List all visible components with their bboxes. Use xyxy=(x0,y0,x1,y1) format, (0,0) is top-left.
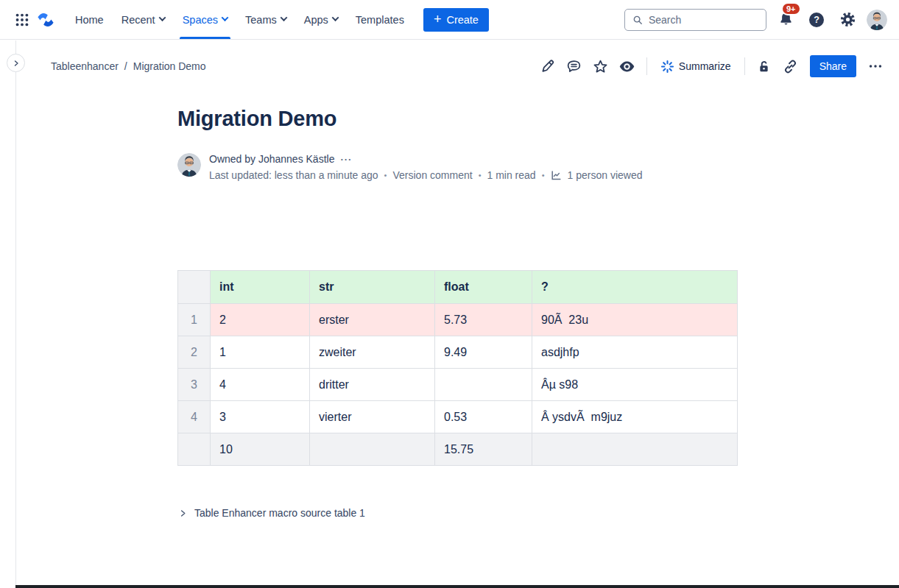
unlock-icon xyxy=(757,60,771,74)
nav-label: Home xyxy=(75,14,104,26)
search-box[interactable] xyxy=(624,9,766,31)
link-icon xyxy=(783,59,798,74)
top-navigation-bar: Home Recent Spaces Teams Apps Templates xyxy=(0,0,899,40)
nav-item-apps[interactable]: Apps xyxy=(295,0,347,39)
comment-button[interactable] xyxy=(563,54,586,78)
chevron-down-icon xyxy=(222,14,229,21)
chevron-down-icon xyxy=(331,14,339,21)
comment-icon xyxy=(566,59,582,74)
avatar-photo xyxy=(867,10,887,30)
notifications-button[interactable]: 9+ xyxy=(774,8,797,32)
table-row: 4 3 vierter 0.53 Â ysdvÃ m9juz xyxy=(178,401,738,433)
owner-more-button[interactable]: ··· xyxy=(340,154,352,165)
data-table: int str float ? 1 2 erster 5.73 90Ã 23u … xyxy=(177,270,738,466)
table-cell: 2 xyxy=(211,304,310,336)
table-row: 1 2 erster 5.73 90Ã 23u xyxy=(178,304,738,336)
dot-separator: • xyxy=(479,171,482,180)
table-footer-cell: 10 xyxy=(211,433,310,466)
app-grid-icon xyxy=(14,12,30,28)
sidebar-divider xyxy=(15,40,16,588)
table-cell: zweiter xyxy=(310,336,435,369)
table-cell: 0.53 xyxy=(435,401,532,433)
version-comment-link[interactable]: Version comment xyxy=(392,169,472,181)
create-label: Create xyxy=(446,14,479,26)
breadcrumb-page-link[interactable]: Migration Demo xyxy=(133,60,206,72)
table-cell: 90Ã 23u xyxy=(532,304,738,336)
copy-link-button[interactable] xyxy=(779,54,803,78)
pencil-icon xyxy=(540,59,555,74)
settings-button[interactable] xyxy=(836,8,859,32)
column-header-question: ? xyxy=(532,271,738,304)
gear-icon xyxy=(839,11,856,28)
confluence-logo[interactable] xyxy=(34,8,57,32)
table-cell: asdjhfp xyxy=(532,336,738,369)
last-updated-text: Last updated: less than a minute ago xyxy=(209,169,378,181)
table-footer-cell xyxy=(532,433,738,466)
restrictions-button[interactable] xyxy=(752,54,776,78)
user-avatar[interactable] xyxy=(867,10,887,30)
window-bottom-edge xyxy=(15,585,899,588)
nav-item-recent[interactable]: Recent xyxy=(113,0,174,39)
chevron-right-icon xyxy=(12,59,21,68)
views-count-text: 1 person viewed xyxy=(568,169,643,181)
nav-item-teams[interactable]: Teams xyxy=(236,0,295,39)
expand-sidebar-button[interactable] xyxy=(7,54,25,72)
breadcrumb-space-link[interactable]: Tableenhancer xyxy=(51,60,119,72)
eye-icon xyxy=(618,58,635,75)
chevron-right-icon xyxy=(179,509,187,517)
confluence-logo-icon xyxy=(36,10,55,29)
create-button[interactable]: + Create xyxy=(423,8,489,32)
watch-button[interactable] xyxy=(616,54,639,78)
nav-item-templates[interactable]: Templates xyxy=(347,0,413,39)
divider xyxy=(744,57,745,75)
table-row: 2 1 zweiter 9.49 asdjhfp xyxy=(178,336,738,369)
nav-label: Teams xyxy=(245,14,277,26)
table-header-row: int str float ? xyxy=(178,271,738,304)
dot-separator: • xyxy=(542,171,545,180)
share-button[interactable]: Share xyxy=(810,55,856,77)
notification-badge: 9+ xyxy=(781,2,801,15)
more-actions-button[interactable] xyxy=(864,54,887,78)
nav-item-spaces[interactable]: Spaces xyxy=(174,0,236,39)
ai-sparkle-icon xyxy=(660,60,674,74)
table-footer-row: 10 15.75 xyxy=(178,433,738,466)
table-cell: erster xyxy=(310,304,435,336)
nav-label: Spaces xyxy=(183,14,218,26)
expand-macro-source[interactable]: Table Enhancer macro source table 1 xyxy=(177,504,367,522)
column-header-str: str xyxy=(310,271,435,304)
favorite-button[interactable] xyxy=(589,54,613,78)
row-number: 4 xyxy=(178,401,211,433)
divider xyxy=(646,57,647,75)
table-cell xyxy=(435,369,532,401)
app-switcher-button[interactable] xyxy=(10,8,34,32)
search-input[interactable] xyxy=(649,14,758,26)
nav-item-home[interactable]: Home xyxy=(66,0,113,39)
row-number xyxy=(178,433,211,466)
search-icon xyxy=(632,14,643,26)
owned-by-text: Owned by Johannes Kästle xyxy=(209,153,334,165)
edit-button[interactable] xyxy=(536,54,560,78)
table-footer-cell: 15.75 xyxy=(435,433,532,466)
table-footer-cell xyxy=(310,433,435,466)
table-cell: 3 xyxy=(211,401,310,433)
nav-label: Templates xyxy=(356,14,404,26)
star-icon xyxy=(593,59,608,74)
row-number: 1 xyxy=(178,304,211,336)
nav-label: Apps xyxy=(304,14,328,26)
owner-avatar[interactable] xyxy=(177,153,201,177)
page-header: Tableenhancer / Migration Demo xyxy=(15,40,899,90)
table-cell: 9.49 xyxy=(435,336,532,369)
plus-icon: + xyxy=(434,13,442,26)
table-cell: 4 xyxy=(211,369,310,401)
table-cell: Âµ s98 xyxy=(532,369,738,401)
help-button[interactable]: ? xyxy=(805,8,828,32)
column-header-int: int xyxy=(211,271,310,304)
table-cell: Â ysdvÃ m9juz xyxy=(532,401,738,433)
analytics-chart-icon xyxy=(551,170,562,181)
ellipsis-icon xyxy=(867,58,884,74)
main-nav: Home Recent Spaces Teams Apps Templates xyxy=(66,0,413,39)
summarize-button[interactable]: Summarize xyxy=(655,57,737,77)
table-cell: 1 xyxy=(211,336,310,369)
chevron-down-icon xyxy=(158,14,166,21)
table-corner-cell xyxy=(178,271,211,304)
